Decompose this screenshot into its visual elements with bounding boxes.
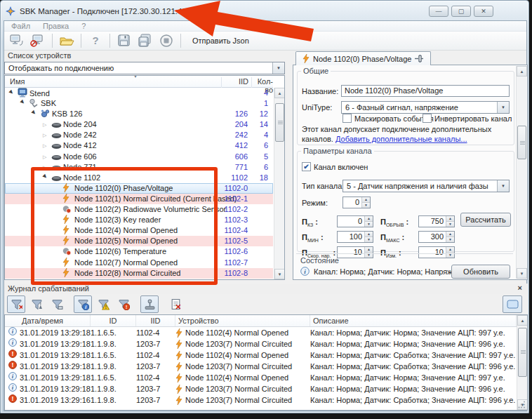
lightning-icon	[175, 340, 182, 349]
chevron-down-icon[interactable]: ▼	[497, 180, 509, 192]
scroll-up-icon[interactable]: ▲	[274, 88, 285, 98]
tree-row[interactable]: ▷Node 204 204 14	[5, 119, 273, 130]
tree-row[interactable]: Node 1102(3) Key reader 1102-3	[5, 215, 273, 225]
log-row[interactable]: ! 31.01.2019 13:29:18 1.1.9.8. 1203-7 No…	[5, 361, 517, 372]
tree-row[interactable]: Node 1102(6) Temperature 1102-6	[5, 246, 273, 257]
tree-row[interactable]: ▷Node 771 771 6	[5, 162, 273, 173]
log-row[interactable]: ! 31.01.2019 13:29:18 1.1.6.5. 1102-4 No…	[5, 350, 517, 361]
log-close-icon[interactable]: ×	[518, 284, 522, 292]
param-stepper[interactable]: 10▲▼	[418, 246, 455, 258]
tree-row[interactable]: ▷Node 242 242 4	[5, 130, 273, 140]
log-column-iid[interactable]: IID	[136, 315, 175, 326]
column-name[interactable]: Имя	[10, 77, 25, 86]
expander-icon[interactable]: ▷	[43, 140, 51, 151]
minimize-button[interactable]: —	[429, 6, 448, 17]
expander-icon[interactable]: ▷	[43, 119, 51, 130]
pin-icon[interactable]	[415, 55, 424, 62]
tree-scrollbar-thumb[interactable]	[275, 103, 284, 142]
param-stepper[interactable]: 300▲▼	[418, 231, 455, 243]
filter-info-icon[interactable]: i	[74, 295, 92, 313]
resize-grip[interactable]	[518, 401, 526, 410]
filter-rise-icon[interactable]	[27, 295, 46, 313]
tree-row[interactable]: Node 1102(8) Normal Circuited 1102-8	[5, 268, 273, 279]
node-label: KSB 126	[52, 109, 82, 118]
channel-enabled-checkbox[interactable]: ✔	[302, 162, 311, 171]
save-all-icon[interactable]	[137, 33, 154, 48]
help-icon[interactable]: ?	[87, 33, 104, 48]
log-column-description[interactable]: Описание	[310, 315, 517, 326]
expander-icon[interactable]: ▷	[43, 152, 51, 162]
properties-scrollbar[interactable]: ▲ ▼	[516, 66, 526, 279]
save-icon[interactable]	[116, 33, 133, 48]
autoscroll-toggle[interactable]	[503, 295, 522, 313]
filter-device-icon[interactable]	[140, 295, 159, 313]
param-stepper[interactable]: 750▲▼	[418, 215, 455, 227]
channel-type-select[interactable]: 5 - Датчик напряжения и наличия фазы ▼	[343, 180, 510, 192]
menu-file[interactable]: Файл	[11, 22, 30, 30]
filter-fall-icon[interactable]	[48, 295, 66, 313]
tree-scrollbar[interactable]: ▲ ▼	[274, 88, 284, 279]
column-iid[interactable]: IID	[221, 77, 249, 88]
tree-row[interactable]: ▶KSB 126 126 12	[5, 109, 273, 119]
scroll-down-icon[interactable]: ▼	[274, 269, 285, 279]
menu-edit[interactable]: Правка	[43, 22, 69, 30]
log-row[interactable]: i 31.01.2019 13:29:18 1.1.6.5. 1102-4 No…	[5, 372, 517, 383]
title-bar[interactable]: SBK Manager - Подключен [172.30.30.121:4…	[5, 3, 524, 20]
tree-row[interactable]: ▷Node 606 606 5	[5, 152, 273, 162]
filter-warning-icon[interactable]: !	[94, 295, 112, 313]
tree-row[interactable]: Node 1102(5) Normal Opened 1102-5	[5, 236, 273, 246]
maximize-button[interactable]: ▢	[451, 6, 471, 17]
param-stepper[interactable]: 0▲▼	[337, 215, 373, 227]
param-stepper[interactable]: 100▲▼	[337, 231, 373, 243]
add-channels-link[interactable]: Добавить дополнительные каналы...	[335, 135, 467, 143]
log-datetime: 31.01.2019 13:29:18	[20, 373, 91, 383]
mask-events-checkbox[interactable]	[343, 114, 352, 123]
refresh-button[interactable]: Обновить	[451, 265, 510, 279]
tree-row[interactable]: Node 1102(7) Normal Opened 1102-7	[5, 258, 273, 268]
open-folder-icon[interactable]	[58, 33, 75, 48]
tree-row[interactable]: Node 1102(4) Normal Opened 1102-4	[5, 225, 273, 236]
unitype-select[interactable]: 6 - Фазный сигнал, напряжение ▼	[341, 101, 510, 114]
scroll-up-icon[interactable]: ▲	[517, 66, 527, 77]
log-row[interactable]: i 31.01.2019 13:29:18 1.1.9.8. 1203-7 No…	[5, 338, 517, 350]
expander-icon[interactable]: ▷	[43, 130, 51, 140]
menu-help[interactable]: ?	[81, 22, 86, 30]
mode-stepper[interactable]: 0 ▲▼	[343, 197, 371, 208]
scroll-down-icon[interactable]: ▼	[517, 268, 527, 279]
tree-row[interactable]: ▶SBK 1	[5, 98, 273, 109]
name-field[interactable]: Node 1102(0) Phase/Voltage	[341, 85, 510, 97]
tree-row[interactable]: ▷Node 412 412 6	[5, 140, 273, 151]
connect-icon[interactable]	[8, 33, 25, 48]
tree-row[interactable]: ▶Stend 4	[5, 88, 273, 98]
param-stepper[interactable]: 10▲▼	[337, 246, 373, 258]
log-column-device[interactable]: Устройство	[175, 315, 310, 326]
send-json-button[interactable]: Отправить Json	[187, 35, 255, 46]
disconnect-icon[interactable]	[29, 33, 46, 48]
properties-scrollbar-thumb[interactable]	[517, 126, 526, 159]
filter-alarm-icon[interactable]: !	[114, 295, 133, 313]
log-row[interactable]: i 31.01.2019 13:29:18 1.1.6.5. 1102-4 No…	[5, 327, 517, 338]
log-iid: 1102-4	[136, 350, 175, 361]
log-column-id[interactable]: ID	[91, 315, 136, 326]
tree-row[interactable]: Node 1102(1) Normal Circuited (Current b…	[5, 194, 273, 204]
log-column-datetime[interactable]: Дата/время	[5, 315, 91, 326]
tree-row[interactable]: ▶Node 1102 1102 18	[5, 173, 273, 183]
tree-row[interactable]: Node 1102(2) Radiowave Volumetric Sensor…	[5, 204, 273, 215]
chevron-down-icon[interactable]: ▼	[497, 102, 509, 113]
log-row[interactable]: i 31.01.2019 13:29:18 1.1.9.8. 1203-7 No…	[5, 383, 517, 394]
chevron-down-icon[interactable]: ▼	[272, 62, 284, 74]
properties-tab[interactable]: Node 1102(0) Phase/Voltage	[295, 51, 431, 65]
invert-channel-checkbox[interactable]	[423, 114, 432, 123]
stop-icon[interactable]	[158, 33, 175, 48]
log-clear-icon[interactable]: ✕	[166, 295, 185, 313]
filter-clear-icon[interactable]: ✕	[7, 295, 25, 313]
scroll-up-icon[interactable]: ▲	[517, 315, 528, 326]
close-button[interactable]: ✕	[474, 6, 493, 17]
calculate-button[interactable]: Рассчитать	[460, 213, 511, 227]
log-row[interactable]: ! 31.01.2019 13:29:16 1.1.9.8. 1203-7 No…	[5, 394, 517, 406]
view-mode-select[interactable]: Отображать по подключению ▼	[4, 62, 285, 74]
tree-row[interactable]: Node 1102(0) Phase/Voltage 1102-0	[5, 183, 273, 194]
column-count[interactable]: Кол-во	[251, 77, 273, 88]
log-scrollbar[interactable]: ▲ ▼	[517, 315, 527, 410]
log-scrollbar-thumb[interactable]	[518, 328, 527, 377]
